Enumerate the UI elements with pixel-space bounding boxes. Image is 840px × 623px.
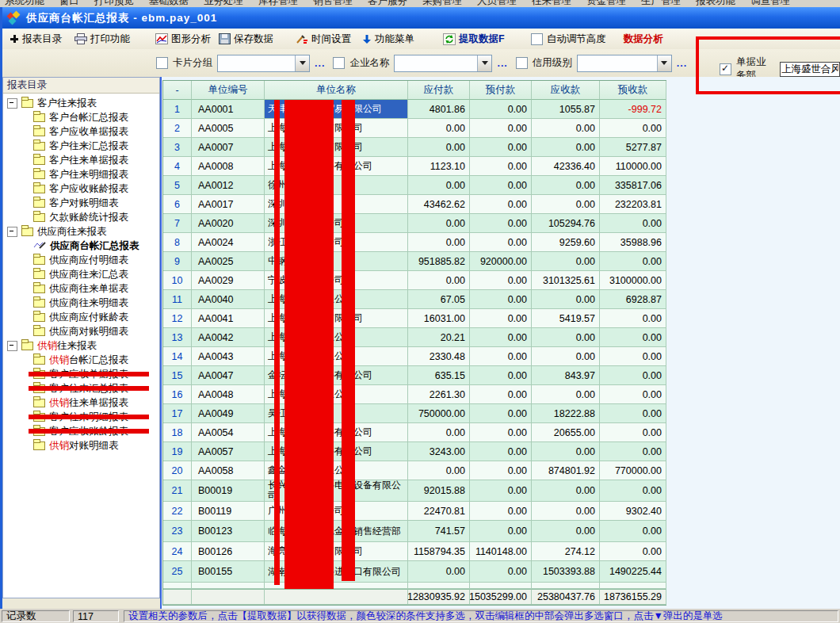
- advance-cell[interactable]: 0.00: [600, 442, 666, 461]
- advance-cell[interactable]: 0.00: [600, 309, 666, 328]
- row-number-cell[interactable]: 16: [163, 385, 192, 404]
- prepaid-cell[interactable]: 0.00: [470, 385, 532, 404]
- chevron-down-icon[interactable]: [477, 55, 491, 71]
- prepaid-cell[interactable]: 0.00: [470, 138, 532, 157]
- row-number-cell[interactable]: 3: [163, 138, 192, 157]
- tree-item[interactable]: 供应商台帐汇总报表: [3, 239, 159, 253]
- payable-cell[interactable]: 0.00: [408, 561, 470, 583]
- dept-input[interactable]: [780, 62, 840, 77]
- chevron-down-icon[interactable]: [657, 55, 671, 71]
- unit-code-cell[interactable]: AA0020: [192, 214, 265, 233]
- unit-code-cell[interactable]: AA0057: [192, 442, 265, 461]
- row-number-cell[interactable]: [163, 583, 192, 589]
- payable-cell[interactable]: 951885.82: [408, 252, 470, 271]
- receivable-cell[interactable]: 105294.76: [532, 214, 600, 233]
- row-number-cell[interactable]: 12: [163, 309, 192, 328]
- advance-cell[interactable]: 0.00: [600, 423, 666, 442]
- tree-item[interactable]: 供销往来单据报表: [3, 396, 159, 410]
- row-number-cell[interactable]: 22: [163, 502, 192, 521]
- tree-item[interactable]: 客户往来明细报表: [3, 410, 159, 424]
- tree-item[interactable]: 供应商对账明细表: [3, 324, 159, 338]
- row-number-cell[interactable]: 13: [163, 328, 192, 347]
- unit-code-cell[interactable]: AA0040: [192, 290, 265, 309]
- advance-cell[interactable]: 0.00: [600, 347, 666, 366]
- payable-cell[interactable]: 741.57: [408, 521, 470, 542]
- row-number-cell[interactable]: 10: [163, 271, 192, 290]
- receivable-cell[interactable]: 0.00: [532, 385, 600, 404]
- payable-cell[interactable]: 0.00: [408, 119, 470, 138]
- advance-cell[interactable]: 110000.00: [600, 157, 666, 176]
- row-number-cell[interactable]: 1: [163, 100, 192, 119]
- receivable-cell[interactable]: 0.00: [532, 252, 600, 271]
- company-checkbox[interactable]: [333, 57, 345, 69]
- payable-cell[interactable]: 750000.00: [408, 404, 470, 423]
- receivable-cell[interactable]: 0.00: [532, 480, 600, 502]
- payable-cell[interactable]: 43462.62: [408, 195, 470, 214]
- toolbar-button[interactable]: 提取数据F: [441, 32, 507, 47]
- advance-cell[interactable]: 0.00: [600, 366, 666, 385]
- toolbar-button[interactable]: 打印功能: [72, 32, 132, 47]
- unit-code-cell[interactable]: AA0029: [192, 271, 265, 290]
- prepaid-cell[interactable]: 0.00: [470, 195, 532, 214]
- row-number-cell[interactable]: 11: [163, 290, 192, 309]
- prepaid-cell[interactable]: 0.00: [470, 461, 532, 480]
- advance-cell[interactable]: 232203.81: [600, 195, 666, 214]
- advance-cell[interactable]: 335817.06: [600, 176, 666, 195]
- column-header[interactable]: 应付款: [408, 81, 470, 100]
- tree-group-1[interactable]: 供应商往来报表: [3, 224, 159, 239]
- receivable-cell[interactable]: 0.00: [532, 502, 600, 521]
- payable-cell[interactable]: 92015.88: [408, 480, 470, 502]
- card-group-more-button[interactable]: ...: [315, 58, 325, 69]
- receivable-cell[interactable]: 0.00: [532, 195, 600, 214]
- company-combobox[interactable]: [394, 55, 492, 72]
- unit-code-cell[interactable]: AA0001: [192, 100, 265, 119]
- unit-code-cell[interactable]: AA0007: [192, 138, 265, 157]
- tree-item[interactable]: 客户台帐汇总报表: [3, 110, 159, 124]
- advance-cell[interactable]: 35988.96: [600, 233, 666, 252]
- row-number-cell[interactable]: 18: [163, 423, 192, 442]
- dept-checkbox[interactable]: [720, 63, 731, 75]
- receivable-cell[interactable]: 0.00: [532, 290, 600, 309]
- payable-cell[interactable]: 0.00: [408, 138, 470, 157]
- prepaid-cell[interactable]: 0.00: [470, 423, 532, 442]
- unit-code-cell[interactable]: B00123: [192, 521, 265, 542]
- prepaid-cell[interactable]: 0.00: [470, 561, 532, 583]
- row-number-cell[interactable]: 19: [163, 442, 192, 461]
- advance-cell[interactable]: 0.00: [600, 385, 666, 404]
- payable-cell[interactable]: 16031.00: [408, 309, 470, 328]
- advance-cell[interactable]: 6928.87: [600, 290, 666, 309]
- prepaid-cell[interactable]: 0.00: [470, 442, 532, 461]
- data-analysis-button[interactable]: 数据分析: [624, 32, 663, 46]
- unit-code-cell[interactable]: AA0005: [192, 119, 265, 138]
- payable-cell[interactable]: 20.21: [408, 328, 470, 347]
- credit-combobox[interactable]: [577, 55, 672, 72]
- tree-item[interactable]: 供应商应付明细表: [3, 253, 159, 267]
- advance-cell[interactable]: 0.00: [600, 252, 666, 271]
- payable-cell[interactable]: 0.00: [408, 461, 470, 480]
- prepaid-cell[interactable]: 0.00: [470, 100, 532, 119]
- tree-item[interactable]: 客户往来汇总报表: [3, 381, 159, 396]
- unit-code-cell[interactable]: AA0042: [192, 328, 265, 347]
- row-number-cell[interactable]: 7: [163, 214, 192, 233]
- prepaid-cell[interactable]: 0.00: [470, 157, 532, 176]
- receivable-cell[interactable]: 874801.92: [532, 461, 600, 480]
- prepaid-cell[interactable]: 0.00: [470, 233, 532, 252]
- unit-code-cell[interactable]: AA0041: [192, 309, 265, 328]
- tree-item[interactable]: 客户应收账龄报表: [3, 424, 159, 438]
- advance-cell[interactable]: 0.00: [600, 521, 666, 542]
- advance-cell[interactable]: -999.72: [600, 100, 666, 119]
- prepaid-cell[interactable]: 0.00: [470, 521, 532, 542]
- credit-more-button[interactable]: ...: [677, 58, 687, 69]
- unit-code-cell[interactable]: AA0047: [192, 366, 265, 385]
- prepaid-cell[interactable]: 920000.00: [470, 252, 532, 271]
- company-more-button[interactable]: ...: [497, 58, 507, 69]
- advance-cell[interactable]: 3100000.00: [600, 271, 666, 290]
- tree-item[interactable]: 客户往来单据报表: [3, 153, 159, 167]
- payable-cell[interactable]: [408, 583, 470, 589]
- auto-height-checkbox-group[interactable]: 自动调节高度: [531, 32, 606, 46]
- payable-cell[interactable]: 4801.86: [408, 100, 470, 119]
- receivable-cell[interactable]: 3101325.61: [532, 271, 600, 290]
- advance-cell[interactable]: 0.00: [600, 542, 666, 561]
- prepaid-cell[interactable]: 0.00: [470, 176, 532, 195]
- prepaid-cell[interactable]: 0.00: [470, 271, 532, 290]
